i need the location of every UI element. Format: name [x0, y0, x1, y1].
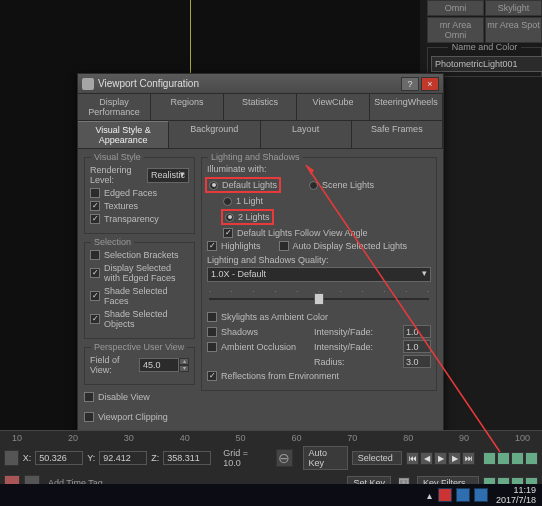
lock-selection-icon[interactable]: [4, 450, 19, 466]
illuminate-with-label: Illuminate with:: [207, 164, 431, 174]
highlights-label: Highlights: [221, 241, 261, 251]
transparency-checkbox[interactable]: ✓: [90, 214, 100, 224]
app-icon: [82, 78, 94, 90]
coord-x-label: X:: [23, 453, 32, 463]
ao-radius-field[interactable]: [403, 355, 431, 368]
two-lights-label: 2 Lights: [238, 212, 270, 222]
shadows-checkbox[interactable]: [207, 327, 217, 337]
shade-objects-checkbox[interactable]: ✓: [90, 314, 100, 324]
dialog-titlebar[interactable]: Viewport Configuration ? ×: [78, 74, 443, 94]
tab-safe-frames[interactable]: Safe Frames: [352, 121, 443, 148]
default-lights-radio[interactable]: [209, 181, 218, 190]
highlights-checkbox[interactable]: ✓: [207, 241, 217, 251]
follow-view-checkbox[interactable]: ✓: [223, 228, 233, 238]
ao-intensity-field[interactable]: [403, 340, 431, 353]
play-icon[interactable]: ▶: [434, 452, 447, 465]
light-mr-area-spot-button[interactable]: mr Area Spot: [485, 17, 542, 43]
grid-label: Grid = 10.0: [223, 448, 264, 468]
quality-dropdown[interactable]: 1.0X - Default: [207, 267, 431, 282]
scene-lights-radio[interactable]: [309, 181, 318, 190]
quality-slider-thumb[interactable]: [314, 293, 324, 305]
goto-start-icon[interactable]: ⏮: [406, 452, 419, 465]
rendering-level-dropdown[interactable]: Realistic: [147, 168, 189, 183]
light-skylight-button[interactable]: Skylight: [485, 0, 542, 16]
auto-display-checkbox[interactable]: [279, 241, 289, 251]
selection-title: Selection: [91, 237, 134, 247]
skylights-label: Skylights as Ambient Color: [221, 312, 328, 322]
two-lights-radio[interactable]: [225, 213, 234, 222]
tab-display-performance[interactable]: Display Performance: [78, 94, 151, 120]
default-lights-label: Default Lights: [222, 180, 277, 190]
viewport-clipping-checkbox[interactable]: [84, 412, 94, 422]
fov-spin-up[interactable]: ▴: [179, 358, 189, 365]
shade-faces-checkbox[interactable]: ✓: [90, 291, 100, 301]
selection-brackets-checkbox[interactable]: [90, 250, 100, 260]
windows-taskbar[interactable]: ▴ 11:19 2017/7/18: [0, 484, 542, 506]
nav-orbit-icon[interactable]: [511, 452, 524, 465]
tab-visual-style[interactable]: Visual Style & Appearance: [78, 121, 169, 148]
nav-max-icon[interactable]: [525, 452, 538, 465]
tray-icon-2[interactable]: [456, 488, 470, 502]
tab-statistics[interactable]: Statistics: [224, 94, 297, 120]
visual-style-group: Visual Style Rendering Level: Realistic …: [84, 157, 195, 234]
key-mode-icon[interactable]: [276, 449, 293, 467]
auto-display-label: Auto Display Selected Lights: [293, 241, 408, 251]
shadows-intensity-field[interactable]: [403, 325, 431, 338]
goto-end-icon[interactable]: ⏭: [462, 452, 475, 465]
next-frame-icon[interactable]: ▶: [448, 452, 461, 465]
reflections-checkbox[interactable]: ✓: [207, 371, 217, 381]
ao-radius-label: Radius:: [314, 357, 399, 367]
disable-view-checkbox[interactable]: [84, 392, 94, 402]
viewport-edge: [190, 0, 191, 78]
one-light-radio[interactable]: [223, 197, 232, 206]
nav-pan-icon[interactable]: [483, 452, 496, 465]
ao-checkbox[interactable]: [207, 342, 217, 352]
fov-spinner[interactable]: [139, 358, 179, 372]
shadows-label: Shadows: [221, 327, 306, 337]
selection-brackets-label: Selection Brackets: [104, 250, 179, 260]
coord-x-field[interactable]: [35, 451, 83, 465]
transparency-label: Transparency: [104, 214, 159, 224]
perspective-group: Perspective User View Field of View: ▴▾: [84, 347, 195, 385]
close-button[interactable]: ×: [421, 77, 439, 91]
coord-z-field[interactable]: [163, 451, 211, 465]
tray-icon-1[interactable]: [438, 488, 452, 502]
tab-background[interactable]: Background: [169, 121, 260, 148]
perspective-title: Perspective User View: [91, 342, 187, 352]
display-edged-checkbox[interactable]: ✓: [90, 268, 100, 278]
name-and-color-group: Name and Color: [427, 47, 542, 77]
edged-faces-label: Edged Faces: [104, 188, 157, 198]
tab-viewcube[interactable]: ViewCube: [297, 94, 370, 120]
name-and-color-title: Name and Color: [448, 42, 522, 52]
help-button[interactable]: ?: [401, 77, 419, 91]
textures-checkbox[interactable]: ✓: [90, 201, 100, 211]
display-edged-label: Display Selected with Edged Faces: [104, 263, 189, 283]
tray-up-icon[interactable]: ▴: [427, 490, 432, 501]
disable-view-label: Disable View: [98, 392, 150, 402]
tab-steeringwheels[interactable]: SteeringWheels: [370, 94, 443, 120]
auto-key-button[interactable]: Auto Key: [303, 446, 348, 470]
coord-y-field[interactable]: [99, 451, 147, 465]
nav-zoom-icon[interactable]: [497, 452, 510, 465]
ao-label: Ambient Occlusion: [221, 342, 306, 352]
status-bar: 102030405060708090100 X: Y: Z: Grid = 10…: [0, 430, 542, 484]
skylights-checkbox[interactable]: [207, 312, 217, 322]
quality-slider[interactable]: ···········: [209, 288, 429, 306]
lighting-group: Lighting and Shadows Illuminate with: De…: [201, 157, 437, 391]
selected-dropdown[interactable]: Selected: [352, 451, 402, 465]
object-name-field[interactable]: [431, 56, 542, 72]
one-light-label: 1 Light: [236, 196, 263, 206]
tab-layout[interactable]: Layout: [261, 121, 352, 148]
playback-controls: ⏮ ◀ ▶ ▶ ⏭: [406, 452, 475, 465]
edged-faces-checkbox[interactable]: [90, 188, 100, 198]
system-clock[interactable]: 11:19 2017/7/18: [496, 485, 536, 505]
light-omni-button[interactable]: Omni: [427, 0, 484, 16]
coord-y-label: Y:: [87, 453, 95, 463]
tray-icon-3[interactable]: [474, 488, 488, 502]
fov-spin-down[interactable]: ▾: [179, 365, 189, 372]
shade-faces-label: Shade Selected Faces: [104, 286, 189, 306]
shade-objects-label: Shade Selected Objects: [104, 309, 189, 329]
prev-frame-icon[interactable]: ◀: [420, 452, 433, 465]
tab-regions[interactable]: Regions: [151, 94, 224, 120]
light-mr-area-omni-button[interactable]: mr Area Omni: [427, 17, 484, 43]
